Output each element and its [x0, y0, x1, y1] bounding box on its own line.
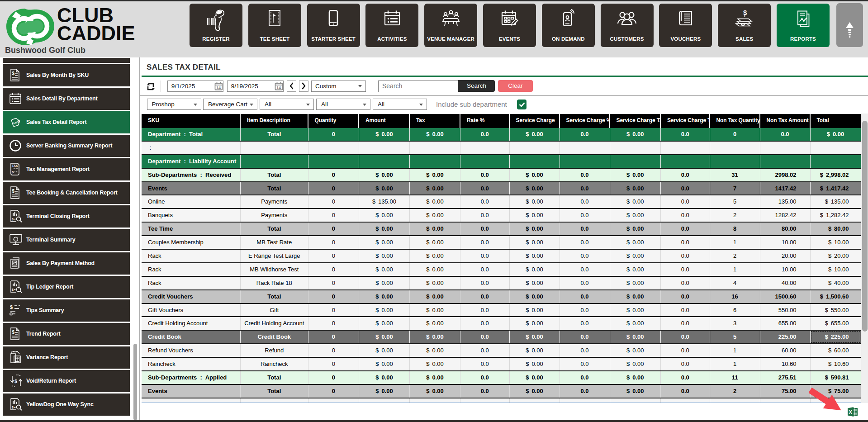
svg-text:TAX: TAX [12, 164, 18, 167]
svg-text:$: $ [12, 288, 14, 292]
svg-text:X: X [849, 409, 853, 415]
svg-text:$: $ [12, 189, 15, 194]
svg-text:$: $ [12, 406, 14, 409]
svg-text:14: 14 [216, 85, 221, 90]
svg-text:$: $ [12, 170, 14, 174]
svg-text:$: $ [10, 304, 13, 310]
svg-text:$: $ [12, 71, 15, 76]
svg-text:$: $ [12, 330, 15, 335]
svg-text:14: 14 [276, 85, 281, 90]
svg-text:$: $ [743, 9, 747, 16]
svg-text:$: $ [12, 218, 14, 221]
svg-text:$: $ [14, 379, 17, 384]
